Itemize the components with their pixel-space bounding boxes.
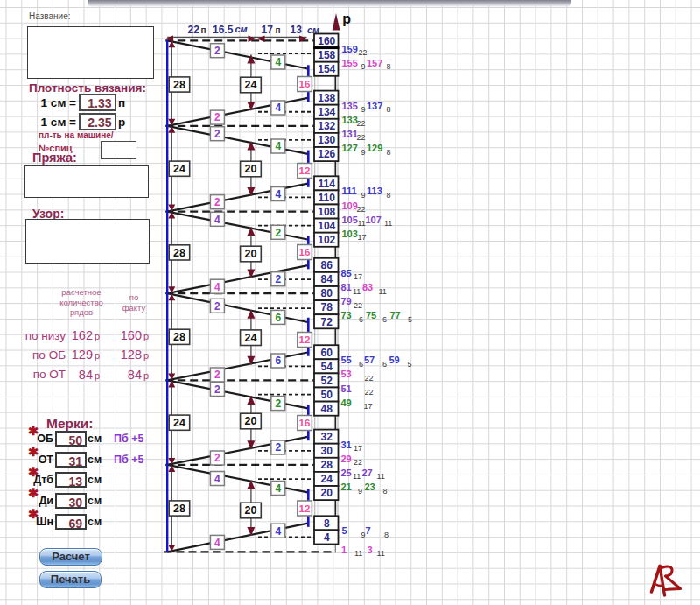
svg-text:138: 138 <box>318 92 335 104</box>
svg-text:9: 9 <box>358 487 362 496</box>
svg-text:81: 81 <box>341 282 352 292</box>
svg-text:103: 103 <box>342 229 358 239</box>
svg-text:20: 20 <box>245 504 257 517</box>
svg-text:114: 114 <box>318 178 336 190</box>
svg-text:73: 73 <box>341 310 352 320</box>
svg-text:28: 28 <box>173 79 186 91</box>
svg-text:51: 51 <box>341 383 352 394</box>
svg-text:16: 16 <box>299 247 311 257</box>
svg-text:4: 4 <box>275 525 281 538</box>
svg-text:108: 108 <box>318 206 335 218</box>
svg-text:113: 113 <box>367 186 382 196</box>
svg-text:22: 22 <box>354 301 362 310</box>
svg-text:2: 2 <box>214 300 220 313</box>
svg-text:9: 9 <box>361 62 366 71</box>
svg-text:24: 24 <box>173 417 186 429</box>
svg-text:85: 85 <box>341 268 352 278</box>
svg-text:6: 6 <box>359 360 363 369</box>
svg-text:127: 127 <box>342 143 358 153</box>
svg-text:4: 4 <box>214 281 220 293</box>
svg-text:11: 11 <box>377 472 385 481</box>
svg-text:102: 102 <box>318 234 335 246</box>
svg-text:2: 2 <box>214 383 220 396</box>
svg-text:5: 5 <box>408 360 412 369</box>
svg-text:79: 79 <box>341 296 352 306</box>
svg-text:131: 131 <box>342 129 358 139</box>
svg-text:132: 132 <box>318 120 335 132</box>
svg-text:50: 50 <box>321 389 333 401</box>
svg-text:2: 2 <box>275 273 281 285</box>
svg-text:4: 4 <box>275 56 281 68</box>
svg-text:9: 9 <box>361 105 366 114</box>
svg-text:78: 78 <box>321 301 333 313</box>
svg-text:24: 24 <box>245 79 257 91</box>
svg-text:17: 17 <box>354 444 362 453</box>
svg-text:57: 57 <box>364 355 374 365</box>
svg-text:53: 53 <box>341 369 352 379</box>
svg-text:29: 29 <box>341 454 352 464</box>
svg-text:20: 20 <box>245 248 257 260</box>
svg-text:1: 1 <box>341 545 346 555</box>
svg-text:4: 4 <box>275 102 281 114</box>
svg-text:135: 135 <box>342 101 358 111</box>
svg-text:6: 6 <box>359 315 363 324</box>
svg-text:22: 22 <box>365 388 374 397</box>
svg-text:2: 2 <box>214 369 220 381</box>
svg-text:20: 20 <box>245 163 257 175</box>
svg-text:16: 16 <box>299 418 311 428</box>
svg-text:83: 83 <box>362 282 373 292</box>
svg-text:8: 8 <box>387 191 391 200</box>
svg-text:133: 133 <box>342 115 358 125</box>
svg-text:72: 72 <box>321 316 333 328</box>
svg-text:129: 129 <box>367 143 382 153</box>
svg-text:2: 2 <box>214 45 220 57</box>
svg-text:158: 158 <box>318 49 335 61</box>
svg-text:22: 22 <box>365 374 374 383</box>
svg-text:16: 16 <box>299 79 311 89</box>
svg-text:160: 160 <box>318 35 335 47</box>
svg-text:126: 126 <box>318 148 335 160</box>
svg-text:86: 86 <box>321 259 333 271</box>
svg-text:11: 11 <box>353 287 360 296</box>
svg-text:111: 111 <box>342 186 357 196</box>
svg-text:4: 4 <box>324 531 330 544</box>
svg-text:75: 75 <box>366 310 376 320</box>
svg-text:25: 25 <box>341 468 352 478</box>
svg-text:21: 21 <box>341 482 352 492</box>
svg-text:8: 8 <box>387 148 391 157</box>
svg-text:11: 11 <box>358 219 366 228</box>
svg-text:60: 60 <box>321 347 333 359</box>
svg-text:24: 24 <box>321 473 333 485</box>
svg-text:59: 59 <box>389 355 400 365</box>
svg-text:4: 4 <box>275 188 281 200</box>
svg-text:2: 2 <box>214 196 220 208</box>
svg-text:13: 13 <box>290 24 303 36</box>
svg-text:4: 4 <box>275 140 281 152</box>
svg-text:55: 55 <box>341 355 352 365</box>
svg-text:6: 6 <box>275 355 281 367</box>
svg-text:5: 5 <box>342 525 347 536</box>
svg-text:105: 105 <box>342 215 358 225</box>
svg-text:16.5: 16.5 <box>213 24 234 36</box>
svg-text:134: 134 <box>318 106 335 118</box>
svg-text:17: 17 <box>364 402 373 411</box>
svg-text:107: 107 <box>366 215 382 225</box>
svg-text:17: 17 <box>354 272 362 281</box>
svg-text:р: р <box>342 11 351 26</box>
svg-text:24: 24 <box>245 332 257 344</box>
svg-text:157: 157 <box>367 58 382 68</box>
svg-text:11: 11 <box>354 549 362 558</box>
svg-text:22: 22 <box>357 119 366 128</box>
svg-text:130: 130 <box>318 134 335 146</box>
svg-text:159: 159 <box>342 44 358 54</box>
svg-text:4: 4 <box>214 473 220 485</box>
svg-text:2: 2 <box>214 111 220 123</box>
svg-text:5: 5 <box>408 315 412 324</box>
svg-text:110: 110 <box>318 192 336 204</box>
svg-text:2: 2 <box>214 128 220 140</box>
svg-text:22: 22 <box>359 48 368 57</box>
svg-text:12: 12 <box>299 503 311 514</box>
svg-text:20: 20 <box>321 487 333 499</box>
svg-text:137: 137 <box>367 101 382 111</box>
svg-text:п: п <box>275 25 280 35</box>
